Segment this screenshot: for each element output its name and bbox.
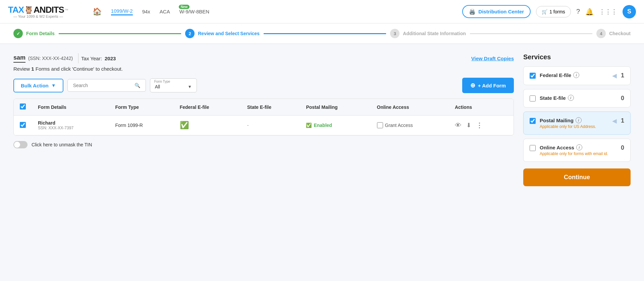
row-checkbox-cell[interactable] bbox=[14, 116, 32, 135]
row-actions: 👁 ⬇ ⋮ bbox=[449, 116, 514, 135]
review-count: 1 bbox=[31, 66, 34, 72]
table-header: Form Details Form Type Federal E-file St… bbox=[14, 99, 514, 116]
row-federal-efile: ✅ bbox=[174, 116, 241, 135]
nav-1099-w2[interactable]: 1099/W-2 bbox=[111, 8, 133, 15]
federal-efile-info-icon[interactable]: i bbox=[573, 72, 579, 78]
nav-94x[interactable]: 94x bbox=[142, 9, 150, 14]
more-actions-icon[interactable]: ⋮ bbox=[476, 121, 483, 129]
unmask-toggle[interactable] bbox=[13, 141, 28, 148]
review-suffix: Forms and click 'Continue' to checkout. bbox=[34, 66, 123, 72]
avatar[interactable]: S bbox=[623, 5, 636, 18]
step-line-2-3 bbox=[264, 33, 386, 34]
online-access-checkbox[interactable] bbox=[530, 145, 536, 151]
continue-button[interactable]: Continue bbox=[523, 168, 631, 186]
row-form-details: Richard SSN: XXX-XX-7397 bbox=[32, 116, 109, 135]
step-3-circle: 3 bbox=[390, 29, 399, 38]
help-button[interactable]: ? bbox=[576, 8, 580, 15]
download-icon[interactable]: ⬇ bbox=[466, 122, 471, 129]
step-3-label: Additional State Information bbox=[403, 31, 466, 36]
col-form-type: Form Type bbox=[109, 99, 173, 116]
cart-button[interactable]: 🛒 1 forms bbox=[536, 6, 571, 17]
form-type-label: Form Type bbox=[154, 80, 170, 83]
dist-center-label: Distribution Center bbox=[478, 9, 524, 14]
state-efile-label: State E-file bbox=[540, 95, 566, 101]
row-state-efile: - bbox=[241, 116, 300, 135]
step-4: 4 Checkout bbox=[596, 29, 631, 38]
view-icon[interactable]: 👁 bbox=[455, 122, 462, 129]
row-name: Richard bbox=[38, 120, 103, 126]
step-4-circle: 4 bbox=[596, 29, 606, 38]
step-1-label: Form Details bbox=[26, 31, 55, 36]
logo-andits: ANDITS bbox=[34, 5, 64, 15]
federal-efile-arrow-icon[interactable]: ◀ bbox=[612, 72, 617, 79]
service-card-online-access: Online Access i Applicable only for form… bbox=[523, 139, 631, 162]
cart-icon: 🛒 bbox=[542, 9, 547, 14]
online-access-info-icon[interactable]: i bbox=[576, 144, 582, 150]
state-efile-info: State E-file i bbox=[540, 95, 617, 101]
step-2-circle: 2 bbox=[185, 29, 195, 38]
add-form-button[interactable]: ⊕ + Add Form bbox=[462, 78, 514, 93]
form-table: Form Details Form Type Federal E-file St… bbox=[13, 98, 514, 136]
online-access-count: 0 bbox=[621, 144, 624, 151]
federal-efile-info: Federal E-file i bbox=[540, 72, 608, 78]
enabled-check-icon: ✅ bbox=[306, 123, 312, 128]
distribution-center-button[interactable]: 🖨️ Distribution Center bbox=[462, 5, 531, 18]
postal-mailing-sub: Applicable only for US Address. bbox=[540, 124, 608, 129]
search-box: 🔍 bbox=[67, 79, 146, 92]
postal-mailing-info-icon[interactable]: i bbox=[576, 117, 582, 123]
unmask-label: Click here to unmask the TIN bbox=[32, 142, 92, 147]
step-line-3-4 bbox=[470, 33, 592, 34]
notifications-button[interactable]: 🔔 bbox=[585, 8, 594, 16]
search-input[interactable] bbox=[73, 83, 132, 88]
logo-owl-icon: 🦉 bbox=[24, 6, 33, 14]
progress-bar: ✓ Form Details 2 Review and Select Servi… bbox=[0, 23, 644, 44]
header-right: 🖨️ Distribution Center 🛒 1 forms ? 🔔 ⋮⋮⋮… bbox=[462, 5, 636, 18]
apps-button[interactable]: ⋮⋮⋮ bbox=[599, 8, 617, 15]
federal-efile-name: Federal E-file i bbox=[540, 72, 608, 78]
row-form-type: Form 1099-R bbox=[109, 116, 173, 135]
tax-year-value: 2023 bbox=[105, 56, 116, 61]
select-all-checkbox[interactable] bbox=[20, 103, 26, 110]
state-efile-info-icon[interactable]: i bbox=[568, 95, 574, 101]
online-access-info: Online Access i Applicable only for form… bbox=[540, 144, 617, 156]
postal-mailing-checkbox[interactable] bbox=[530, 118, 536, 124]
step-2-label: Review and Select Services bbox=[198, 31, 260, 36]
col-federal-efile: Federal E-file bbox=[174, 99, 241, 116]
user-name: sam bbox=[13, 54, 25, 63]
bulk-action-button[interactable]: Bulk Action ▼ bbox=[13, 79, 63, 92]
federal-efile-checkbox[interactable] bbox=[530, 73, 536, 79]
grant-access-wrapper: Grant Access bbox=[377, 122, 443, 128]
logo-subtitle: — Your 1099 & W2 Experts — bbox=[8, 14, 68, 18]
grant-access-checkbox[interactable] bbox=[377, 122, 383, 128]
unmask-row: Click here to unmask the TIN bbox=[13, 141, 514, 148]
nav-w9[interactable]: W-9/W-8BEN bbox=[179, 9, 209, 14]
postal-mailing-arrow-icon[interactable]: ◀ bbox=[612, 117, 617, 125]
postal-mailing-enabled: ✅ Enabled bbox=[306, 123, 365, 128]
nav-home[interactable]: 🏠 bbox=[93, 7, 102, 16]
federal-efile-count: 1 bbox=[621, 72, 624, 79]
select-all-cell[interactable] bbox=[14, 99, 32, 116]
view-draft-link[interactable]: View Draft Copies bbox=[471, 56, 514, 61]
row-postal-mailing: ✅ Enabled bbox=[300, 116, 371, 135]
toggle-knob bbox=[14, 142, 20, 148]
col-postal-mailing: Postal Mailing bbox=[300, 99, 371, 116]
add-form-label: + Add Form bbox=[478, 83, 506, 88]
state-efile-name: State E-file i bbox=[540, 95, 617, 101]
federal-efile-check-icon: ✅ bbox=[180, 121, 189, 129]
form-type-chevron-icon: ▼ bbox=[188, 84, 192, 89]
new-badge: New bbox=[179, 5, 190, 9]
form-type-value: All bbox=[155, 84, 160, 89]
state-efile-checkbox[interactable] bbox=[530, 95, 536, 101]
printer-icon: 🖨️ bbox=[469, 8, 476, 15]
nav-aca[interactable]: ACA bbox=[160, 9, 170, 14]
col-online-access: Online Access bbox=[371, 99, 449, 116]
step-line-1-2 bbox=[59, 33, 181, 34]
row-checkbox[interactable] bbox=[20, 122, 26, 128]
review-prefix: Review bbox=[13, 66, 31, 72]
form-type-select[interactable]: Form Type All ▼ bbox=[150, 78, 197, 92]
nav-links: 🏠 1099/W-2 94x ACA W-9/W-8BEN New bbox=[93, 7, 209, 16]
plus-circle-icon: ⊕ bbox=[470, 82, 475, 89]
service-card-postal-mailing: Postal Mailing i Applicable only for US … bbox=[523, 112, 631, 135]
service-card-state-efile: State E-file i 0 bbox=[523, 89, 631, 108]
logo-trademark: ™ bbox=[65, 8, 68, 12]
